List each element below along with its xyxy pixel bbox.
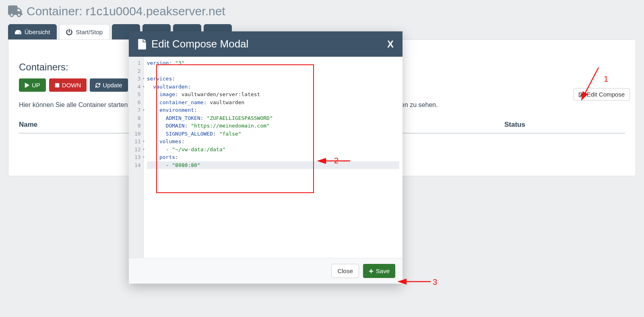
editor-gutter: 1234567891011121314 <box>129 57 144 176</box>
modal-header: Edit Compose Modal X <box>129 31 402 57</box>
power-icon <box>66 29 72 35</box>
page-title: Container: r1c1u0004.peakserver.net <box>8 0 636 24</box>
modal-title: Edit Compose Modal <box>151 38 248 50</box>
annotation-2: 2 <box>334 156 339 165</box>
annotation-1: 1 <box>604 74 608 84</box>
tab-startstop[interactable]: Start/Stop <box>59 24 109 40</box>
stop-icon <box>55 83 60 88</box>
edit-compose-button[interactable]: Edit Compose <box>574 88 630 101</box>
file-icon <box>138 39 147 49</box>
col-status: Status <box>504 121 625 129</box>
sync-icon <box>95 83 100 88</box>
play-icon <box>25 83 29 88</box>
down-button[interactable]: DOWN <box>49 78 87 92</box>
truck-icon <box>8 4 23 19</box>
tab-overview[interactable]: Übersicht <box>8 24 57 40</box>
edit-icon <box>579 92 584 97</box>
update-button[interactable]: Update <box>90 78 128 92</box>
modal-close-x[interactable]: X <box>387 39 394 50</box>
up-button[interactable]: UP <box>19 78 46 92</box>
annotation-box-2 <box>156 64 314 176</box>
hdd-icon <box>15 29 21 35</box>
